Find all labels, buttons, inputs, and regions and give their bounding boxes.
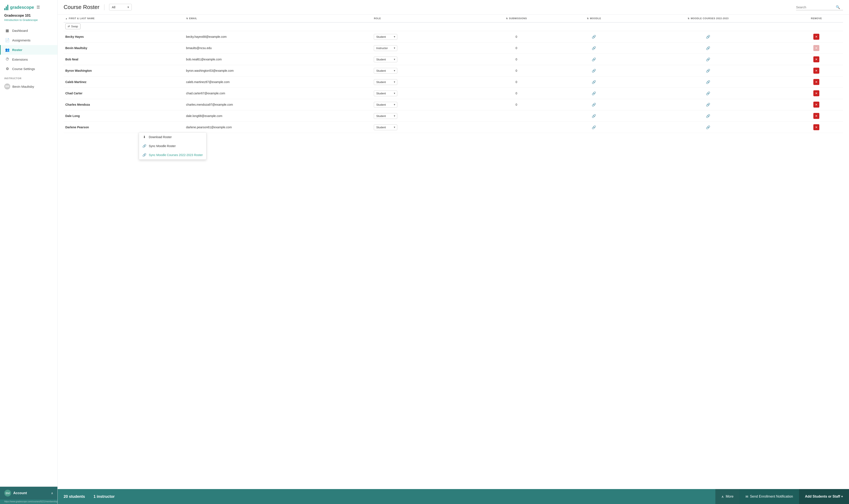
moodle-courses-link-icon[interactable]: 🔗 [706,35,710,39]
cell-submissions: 0 [471,88,562,99]
filter-select[interactable]: All Students Staff [109,4,132,11]
moodle-link-icon[interactable]: 🔗 [592,103,596,107]
role-select[interactable]: StudentInstructorTA [374,113,397,119]
remove-button[interactable]: ✕ [813,102,819,108]
sidebar-item-assignments[interactable]: 📄 Assignments [0,35,57,45]
remove-button[interactable]: ✕ [813,68,819,74]
moodle-courses-link-icon[interactable]: 🔗 [706,114,710,118]
send-enrollment-notification-button[interactable]: ✉ Send Enrollment Notification [740,489,799,504]
table-row: Charles Mendozacharles.mendoza97@example… [64,99,843,110]
col-header-submissions[interactable]: ⇅ SUBMISSIONS [471,15,562,22]
moodle-courses-link-icon[interactable]: 🔗 [706,92,710,95]
sidebar-nav: ▦ Dashboard 📄 Assignments 👥 Roster ⏱ Ext… [0,26,57,486]
cell-role: StudentInstructorTA▼ [372,42,471,54]
page-title: Course Roster [64,4,100,11]
remove-button[interactable]: ✕ [813,79,819,85]
account-section[interactable]: BM Account ∧ [0,486,57,500]
col-header-name[interactable]: ▲ FIRST & LAST NAME [64,15,184,22]
sidebar-logo-area: gradescope ☰ [0,0,57,14]
moodle-courses-link-icon[interactable]: 🔗 [706,58,710,61]
cell-remove: ✕ [790,65,843,76]
role-select[interactable]: StudentInstructorTA [374,45,397,51]
main-content: Course Roster All Students Staff ▼ 🔍 ▲ F… [58,0,849,504]
col-header-email[interactable]: ⇅ EMAIL [184,15,372,22]
cell-moodle: 🔗 [561,122,627,133]
cell-remove: ✕ [790,76,843,88]
role-select[interactable]: StudentInstructorTA [374,68,397,74]
cell-role: StudentInstructorTA▼ [372,65,471,76]
footer: 20 students 1 instructor ∧ More ✉ Send E… [58,489,849,504]
remove-button[interactable]: ✕ [813,90,819,96]
swap-button[interactable]: ⇄ Swap [65,23,80,29]
dropdown-item-sync-moodle[interactable]: 🔗Sync Moodle Roster [139,142,206,150]
moodle-link-icon[interactable]: 🔗 [592,114,596,118]
cell-name: Becky Hayes [64,31,184,42]
sync-moodle-icon: 🔗 [142,144,146,148]
moodle-link-icon[interactable]: 🔗 [592,69,596,73]
cell-name: Bevin Maultsby [64,42,184,54]
remove-button[interactable]: ✕ [813,45,819,51]
moodle-link-icon[interactable]: 🔗 [592,92,596,95]
sidebar-item-extensions[interactable]: ⏱ Extensions [0,55,57,64]
cell-moodle-courses: 🔗 [627,65,790,76]
moodle-courses-link-icon[interactable]: 🔗 [706,126,710,129]
search-input[interactable] [796,5,834,9]
cell-moodle: 🔗 [561,31,627,42]
cell-submissions [471,110,562,122]
table-row: Darlene Pearsondarlene.pearson61@example… [64,122,843,133]
cell-submissions [471,122,562,133]
logo-bar-2 [6,6,7,10]
cell-moodle-courses: 🔗 [627,88,790,99]
cell-email: bob.neal61@example.com [184,54,372,65]
footer-stats: 20 students 1 instructor [58,494,715,499]
cell-moodle: 🔗 [561,99,627,110]
menu-icon[interactable]: ☰ [36,5,40,10]
remove-button[interactable]: ✕ [813,124,819,130]
sort-icon-name: ▲ [65,17,68,20]
extensions-icon: ⏱ [5,57,10,61]
table-row: Byron Washingtonbyron.washington53@examp… [64,65,843,76]
moodle-link-icon[interactable]: 🔗 [592,126,596,129]
moodle-courses-link-icon[interactable]: 🔗 [706,46,710,50]
moodle-courses-link-icon[interactable]: 🔗 [706,103,710,107]
role-select[interactable]: StudentInstructorTA [374,79,397,85]
role-select[interactable]: StudentInstructorTA [374,102,397,108]
instructor-count: 1 instructor [93,494,115,499]
sidebar-item-course-settings[interactable]: ⚙ Course Settings [0,64,57,74]
moodle-link-icon[interactable]: 🔗 [592,46,596,50]
remove-button[interactable]: ✕ [813,34,819,40]
moodle-link-icon[interactable]: 🔗 [592,35,596,39]
cell-name: Dale Long [64,110,184,122]
role-select[interactable]: StudentInstructorTA [374,34,397,40]
moodle-courses-link-icon[interactable]: 🔗 [706,69,710,73]
dropdown-item-sync-moodle-courses[interactable]: 🔗Sync Moodle Courses 2022-2023 Roster [139,150,206,160]
sidebar-item-dashboard[interactable]: ▦ Dashboard [0,26,57,35]
cell-submissions: 0 [471,76,562,88]
table-area: ▲ FIRST & LAST NAME ⇅ EMAIL ROLE ⇅ SUBMI… [58,15,849,489]
remove-button[interactable]: ✕ [813,113,819,119]
cell-moodle: 🔗 [561,54,627,65]
cell-email: caleb.martinez87@example.com [184,76,372,88]
dropdown-item-label: Sync Moodle Roster [149,144,176,148]
cell-role: StudentInstructorTA▼ [372,122,471,133]
filter-dropdown[interactable]: All Students Staff ▼ [109,4,132,11]
col-header-remove: REMOVE [790,15,843,22]
moodle-link-icon[interactable]: 🔗 [592,58,596,61]
col-header-moodle[interactable]: ⇅ MOODLE [561,15,627,22]
col-header-moodle-courses[interactable]: ⇅ MOODLE COURSES 2022-2023 [627,15,790,22]
account-chevron-icon: ∧ [51,491,53,495]
dropdown-item-download[interactable]: ⬇Download Roster [139,132,206,142]
roster-icon: 👥 [5,48,10,52]
remove-button[interactable]: ✕ [813,56,819,62]
role-select[interactable]: StudentInstructorTA [374,124,397,130]
course-name: Gradescope 101 [0,14,57,18]
role-select[interactable]: StudentInstructorTA [374,57,397,62]
account-label: Account [13,491,49,495]
moodle-link-icon[interactable]: 🔗 [592,80,596,84]
add-students-staff-button[interactable]: Add Students or Staff + [799,489,849,504]
moodle-courses-link-icon[interactable]: 🔗 [706,80,710,84]
sidebar-item-roster[interactable]: 👥 Roster [0,45,57,55]
role-select[interactable]: StudentInstructorTA [374,91,397,96]
cell-remove: ✕ [790,88,843,99]
more-button[interactable]: ∧ More [715,489,739,504]
